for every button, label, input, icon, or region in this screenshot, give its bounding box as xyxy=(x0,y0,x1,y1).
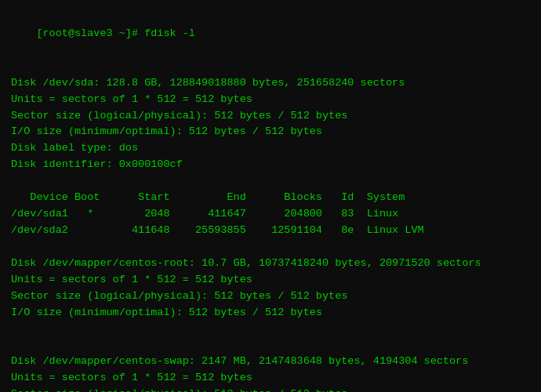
partition-row-sda1: /dev/sda1 * 2048 411647 204800 83 Linux xyxy=(11,206,530,223)
disk-sda-info: Disk /dev/sda: 128.8 GB, 128849018880 by… xyxy=(11,75,530,92)
blank-line-3 xyxy=(11,239,530,256)
io-size-line-2: I/O size (minimum/optimal): 512 bytes / … xyxy=(11,305,530,321)
io-size-line: I/O size (minimum/optimal): 512 bytes / … xyxy=(11,124,530,140)
disk-centos-root-info: Disk /dev/mapper/centos-root: 10.7 GB, 1… xyxy=(11,256,530,272)
units-line: Units = sectors of 1 * 512 = 512 bytes xyxy=(11,92,530,108)
prompt-text-1: [root@slave3 ~]# fdisk -l xyxy=(36,27,195,39)
disk-centos-swap-info: Disk /dev/mapper/centos-swap: 2147 MB, 2… xyxy=(11,354,530,370)
prompt-line-1: [root@slave3 ~]# fdisk -l xyxy=(11,9,530,59)
blank-line-5 xyxy=(11,337,530,354)
units-line-2: Units = sectors of 1 * 512 = 512 bytes xyxy=(11,272,530,289)
blank-line-2 xyxy=(11,173,530,190)
disk-label-line: Disk label type: dos xyxy=(11,140,530,157)
partition-row-sda2: /dev/sda2 411648 25593855 12591104 8e Li… xyxy=(11,223,530,239)
blank-line-4 xyxy=(11,321,530,338)
sector-size-line-3: Sector size (logical/physical): 512 byte… xyxy=(11,387,530,392)
units-line-3: Units = sectors of 1 * 512 = 512 bytes xyxy=(11,370,530,387)
terminal-window: [root@slave3 ~]# fdisk -l Disk /dev/sda:… xyxy=(11,9,530,392)
sector-size-line: Sector size (logical/physical): 512 byte… xyxy=(11,108,530,125)
sector-size-line-2: Sector size (logical/physical): 512 byte… xyxy=(11,289,530,305)
disk-identifier-line: Disk identifier: 0x000100cf xyxy=(11,157,530,173)
blank-line-1 xyxy=(11,59,530,75)
partition-table-header: Device Boot Start End Blocks Id System xyxy=(11,190,530,206)
